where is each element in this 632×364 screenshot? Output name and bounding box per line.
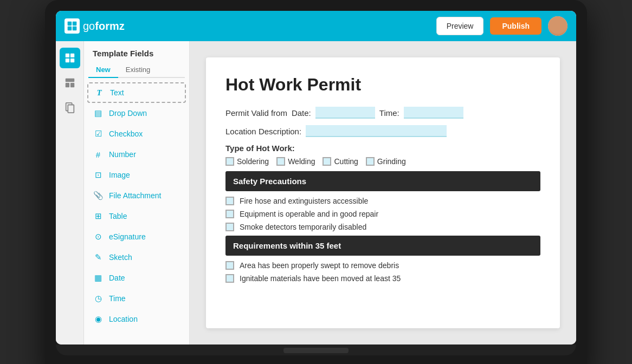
field-label-time: Time: [109, 294, 126, 303]
logo: goformz: [65, 18, 125, 34]
form-canvas: Hot Work Permit Permit Valid from Date: …: [190, 41, 576, 344]
field-item-table[interactable]: ⊞ Table: [84, 206, 189, 226]
form-title: Hot Work Permit: [225, 75, 540, 95]
sidebar-icon-forms[interactable]: [60, 48, 80, 68]
field-label-date: Date: [109, 274, 125, 282]
field-label-table: Table: [109, 212, 127, 220]
avatar[interactable]: [548, 16, 567, 36]
field-item-number[interactable]: # Number: [84, 144, 189, 165]
field-item-checkbox[interactable]: ☑ Checkbox: [84, 123, 189, 144]
safety-checkbox[interactable]: [225, 223, 234, 231]
svg-rect-7: [70, 58, 74, 62]
requirement-checkbox[interactable]: [225, 274, 234, 283]
requirements-items: Area has been properly swept to remove d…: [225, 261, 540, 283]
field-label-location: Location: [109, 315, 138, 323]
hot-work-checkboxes: SolderingWeldingCuttingGrinding: [225, 157, 540, 166]
field-icon-checkbox: ☑: [93, 128, 104, 139]
fields-panel-title: Template Fields: [84, 41, 189, 62]
safety-checkbox[interactable]: [225, 210, 234, 218]
form-document: Hot Work Permit Permit Valid from Date: …: [206, 57, 560, 328]
field-item-date[interactable]: ▦ Date: [84, 268, 189, 288]
avatar-image: [548, 16, 567, 36]
hot-work-label: Type of Hot Work:: [225, 144, 540, 153]
publish-button[interactable]: Publish: [490, 17, 541, 35]
top-bar-actions: Preview Publish: [436, 16, 567, 36]
checkbox-label: Soldering: [237, 157, 269, 166]
tab-new[interactable]: New: [88, 62, 118, 78]
safety-checkbox[interactable]: [225, 197, 234, 205]
safety-text: Equipment is operable and in good repair: [240, 210, 378, 218]
field-icon-number: #: [93, 149, 104, 160]
logo-icon: [65, 18, 80, 34]
checkbox-label: Grinding: [377, 157, 406, 166]
requirement-row: Ignitable materials have been moved at l…: [225, 274, 540, 283]
field-label-image: Image: [109, 171, 130, 179]
preview-button[interactable]: Preview: [436, 17, 484, 35]
permit-row: Permit Valid from Date: Time:: [225, 107, 540, 119]
field-icon-table: ⊞: [93, 211, 104, 222]
field-item-sketch[interactable]: ✎ Sketch: [84, 247, 189, 268]
checkbox-item-soldering[interactable]: Soldering: [225, 157, 269, 166]
logo-text: goformz: [83, 20, 125, 32]
field-item-esignature[interactable]: ⊙ eSignature: [84, 226, 189, 247]
location-field[interactable]: [306, 125, 447, 137]
trackpad: [283, 348, 349, 353]
field-label-number: Number: [109, 150, 136, 159]
field-item-text[interactable]: T Text: [87, 82, 186, 103]
field-label-esignature: eSignature: [109, 232, 146, 241]
field-item-location[interactable]: ◉ Location: [84, 309, 189, 329]
svg-rect-1: [73, 22, 77, 26]
tab-existing[interactable]: Existing: [118, 62, 158, 78]
requirement-row: Area has been properly swept to remove d…: [225, 261, 540, 270]
field-label-checkbox: Checkbox: [109, 129, 143, 138]
svg-rect-3: [73, 27, 77, 31]
field-label-sketch: Sketch: [109, 253, 132, 262]
field-item-dropdown[interactable]: ▤ Drop Down: [84, 103, 189, 123]
svg-rect-0: [68, 22, 72, 26]
svg-rect-5: [70, 54, 74, 57]
safety-row: Equipment is operable and in good repair: [225, 210, 540, 218]
field-icon-dropdown: ▤: [93, 108, 104, 119]
checkbox-item-grinding[interactable]: Grinding: [366, 157, 406, 166]
svg-rect-12: [68, 105, 74, 113]
time-label: Time:: [379, 108, 399, 118]
svg-rect-6: [65, 58, 69, 62]
checkbox-item-welding[interactable]: Welding: [276, 157, 315, 166]
field-icon-image: ⊡: [93, 170, 104, 180]
field-item-time[interactable]: ◷ Time: [84, 288, 189, 309]
time-field[interactable]: [404, 107, 463, 119]
safety-text: Fire hose and extinguisters accessible: [240, 197, 368, 205]
field-list: T Text ▤ Drop Down ☑ Checkbox # Number ⊡…: [84, 78, 189, 334]
checkbox-item-cutting[interactable]: Cutting: [323, 157, 358, 166]
safety-items: Fire hose and extinguisters accessibleEq…: [225, 197, 540, 231]
safety-section-header: Safety Precautions: [225, 171, 540, 191]
date-field[interactable]: [315, 107, 375, 119]
checkbox-label: Welding: [288, 157, 315, 166]
icon-sidebar: [56, 41, 84, 344]
safety-row: Fire hose and extinguisters accessible: [225, 197, 540, 205]
field-icon-file: 📎: [93, 190, 104, 201]
laptop-frame: goformz Preview Publish: [45, 0, 587, 364]
field-label-dropdown: Drop Down: [109, 109, 147, 118]
checkbox-label: Cutting: [334, 157, 358, 166]
checkbox-box: [225, 157, 234, 166]
requirement-text: Ignitable materials have been moved at l…: [240, 274, 401, 283]
sidebar-icon-layout[interactable]: [60, 73, 80, 93]
requirements-section-header: Requirements within 35 feet: [225, 236, 540, 256]
requirement-text: Area has been properly swept to remove d…: [240, 261, 399, 270]
field-icon-location: ◉: [93, 314, 104, 324]
field-item-image[interactable]: ⊡ Image: [84, 165, 189, 185]
field-item-file[interactable]: 📎 File Attachment: [84, 185, 189, 206]
main-layout: Template Fields New Existing T Text ▤ Dr…: [56, 41, 576, 344]
checkbox-box: [323, 157, 331, 166]
location-row: Location Description:: [225, 125, 540, 137]
checkbox-box: [276, 157, 285, 166]
field-icon-text: T: [94, 87, 105, 98]
svg-rect-9: [65, 83, 69, 87]
tabs-row: New Existing: [88, 62, 185, 78]
svg-rect-8: [65, 79, 74, 82]
svg-rect-2: [68, 27, 72, 31]
requirement-checkbox[interactable]: [225, 261, 234, 270]
field-icon-sketch: ✎: [93, 252, 104, 263]
sidebar-icon-pages[interactable]: [60, 98, 80, 118]
